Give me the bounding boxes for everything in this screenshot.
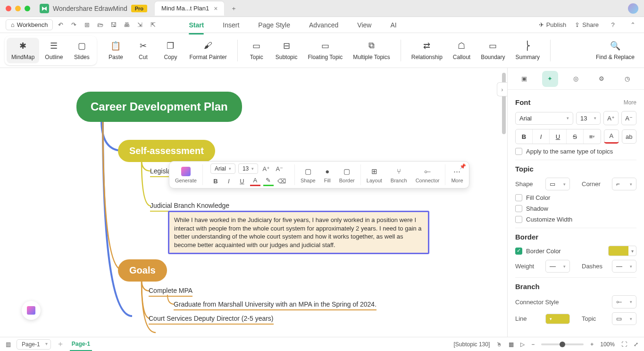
border-color-swatch[interactable]: ▾ xyxy=(608,246,636,256)
node-complete-mpa[interactable]: Complete MPA xyxy=(149,287,192,297)
page-selector[interactable]: Page-1 xyxy=(17,339,51,350)
zoom-in-button[interactable]: + xyxy=(590,341,594,348)
import-button[interactable]: ⇱ xyxy=(147,19,159,31)
align-dropdown[interactable]: ≡▾ xyxy=(584,129,601,144)
text-case-button[interactable]: ab xyxy=(622,129,637,144)
document-tab[interactable]: Mind Ma...t Plan1 × xyxy=(155,1,224,16)
font-size-dropdown[interactable]: 13▾ xyxy=(576,112,601,125)
increase-font-panel-button[interactable]: A⁺ xyxy=(603,111,619,125)
panel-tab-style[interactable]: ▣ xyxy=(516,71,532,87)
underline-button[interactable]: U xyxy=(237,176,247,186)
font-family-dropdown[interactable]: Arial▾ xyxy=(515,112,573,125)
subtopic-button[interactable]: ⊟Subtopic xyxy=(271,38,302,63)
present-icon[interactable]: ▷ xyxy=(520,341,525,348)
collapse-ribbon-button[interactable]: ⌃ xyxy=(627,19,638,31)
minimize-window-button[interactable] xyxy=(15,6,21,11)
new-file-button[interactable]: ⊞ xyxy=(81,19,92,31)
branch-line-color[interactable]: ▾ xyxy=(545,314,570,324)
connector-style-dropdown[interactable]: ⟜▾ xyxy=(612,295,636,308)
fill-color-checkbox[interactable]: Fill Color xyxy=(515,194,636,201)
strike-toggle[interactable]: S xyxy=(567,129,584,144)
publish-button[interactable]: ✈Publish xyxy=(539,21,567,28)
corner-dropdown[interactable]: ⌐▾ xyxy=(612,178,636,190)
view-slides[interactable]: ▢Slides xyxy=(68,38,95,63)
add-page-button[interactable]: ＋ xyxy=(57,339,64,349)
node-selected-text[interactable]: While I have worked in the Judiciary for… xyxy=(168,211,429,254)
topic-button[interactable]: ▭Topic xyxy=(243,38,270,63)
print-button[interactable]: 🖶 xyxy=(121,19,132,31)
save-button[interactable]: 🖫 xyxy=(108,19,119,31)
pin-icon[interactable]: 📌 xyxy=(460,163,466,170)
open-file-button[interactable]: 🗁 xyxy=(94,19,106,31)
fullscreen-button[interactable]: ⤢ xyxy=(634,341,638,348)
workbench-button[interactable]: ⌂ Workbench xyxy=(6,19,53,30)
node-root[interactable]: Career Development Plan xyxy=(76,92,242,122)
floating-topic-button[interactable]: ▭Floating Topic xyxy=(303,38,347,63)
boundary-button[interactable]: ▭Boundary xyxy=(476,38,510,63)
connector-button[interactable]: ⟜Connector xyxy=(412,165,443,185)
help-button[interactable]: ? xyxy=(607,19,619,31)
tab-page-style[interactable]: Page Style xyxy=(258,19,290,31)
cut-button[interactable]: ✂Cut xyxy=(130,38,156,63)
zoom-out-button[interactable]: − xyxy=(531,341,535,348)
relationship-button[interactable]: ⇄Relationship xyxy=(407,38,447,63)
mouse-icon[interactable]: 🖱 xyxy=(496,341,502,348)
tab-start[interactable]: Start xyxy=(189,19,204,31)
copy-button[interactable]: ❐Copy xyxy=(157,38,184,63)
callout-button[interactable]: ☖Callout xyxy=(448,38,475,63)
shape-dropdown[interactable]: ▭▾ xyxy=(545,178,570,190)
panel-tab-ai[interactable]: ✦ xyxy=(542,71,558,87)
zoom-value[interactable]: 100% xyxy=(600,341,615,348)
multiple-topics-button[interactable]: ⧉Multiple Topics xyxy=(348,38,394,63)
ai-fab[interactable] xyxy=(22,301,41,320)
fit-screen-button[interactable]: ⛶ xyxy=(621,341,627,348)
bold-toggle[interactable]: B xyxy=(516,129,533,144)
tab-insert[interactable]: Insert xyxy=(223,19,239,31)
customize-width-checkbox[interactable]: Customize Width xyxy=(515,216,636,223)
node-judicial-branch[interactable]: Judicial Branch Knowledge xyxy=(150,202,229,212)
node-graduate[interactable]: Graduate from Marshall University with a… xyxy=(174,300,376,310)
font-family-select[interactable]: Arial▾ xyxy=(210,163,235,174)
summary-button[interactable]: ⎬Summary xyxy=(511,38,544,63)
shadow-checkbox[interactable]: Shadow xyxy=(515,205,636,212)
decrease-font-button[interactable]: A⁻ xyxy=(274,163,284,174)
text-color-button[interactable]: A xyxy=(604,129,619,144)
decrease-font-panel-button[interactable]: A⁻ xyxy=(621,111,636,125)
zoom-slider[interactable] xyxy=(541,343,584,345)
page-tab[interactable]: Page-1 xyxy=(70,338,92,351)
increase-font-button[interactable]: A⁺ xyxy=(261,163,271,174)
panel-tab-history[interactable]: ◷ xyxy=(619,71,636,87)
user-avatar[interactable] xyxy=(628,3,638,14)
view-mindmap[interactable]: ✱MindMap xyxy=(7,38,39,63)
bold-button[interactable]: B xyxy=(210,176,221,186)
weight-dropdown[interactable]: ―▾ xyxy=(545,260,570,273)
font-color-button[interactable]: A xyxy=(250,176,260,186)
grid-icon[interactable]: ▦ xyxy=(509,341,514,348)
canvas[interactable]: Career Development Plan Self-assessment … xyxy=(0,68,507,337)
font-size-select[interactable]: 13▾ xyxy=(238,163,258,174)
dashes-dropdown[interactable]: ―▾ xyxy=(612,260,636,273)
export-button[interactable]: ⇲ xyxy=(134,19,145,31)
italic-toggle[interactable]: I xyxy=(533,129,550,144)
undo-button[interactable]: ↶ xyxy=(55,19,66,31)
underline-toggle[interactable]: U xyxy=(550,129,567,144)
border-button[interactable]: ▢Border xyxy=(335,165,359,185)
apply-same-type-checkbox[interactable]: Apply to the same type of topics xyxy=(515,148,636,155)
tab-view[interactable]: View xyxy=(357,19,371,31)
fill-button[interactable]: ●Fill xyxy=(320,165,335,185)
new-tab-button[interactable]: ＋ xyxy=(229,4,238,13)
font-more-link[interactable]: More xyxy=(624,99,636,106)
pages-icon[interactable]: ▥ xyxy=(6,341,11,348)
panel-tab-settings[interactable]: ⚙ xyxy=(594,71,610,87)
maximize-window-button[interactable] xyxy=(25,6,30,11)
italic-button[interactable]: I xyxy=(224,176,234,186)
format-painter-button[interactable]: 🖌Format Painter xyxy=(184,38,231,63)
clear-format-button[interactable]: ⌫ xyxy=(276,176,287,186)
ai-generate-button[interactable]: Generate xyxy=(171,165,201,185)
find-replace-button[interactable]: 🔍Find & Replace xyxy=(591,38,639,63)
collapse-panel-button[interactable]: › xyxy=(497,82,507,96)
node-deputy-director[interactable]: Court Services Deputy Director (2-5 year… xyxy=(149,315,274,325)
view-outline[interactable]: ☰Outline xyxy=(40,38,67,63)
panel-tab-theme[interactable]: ◎ xyxy=(568,71,584,87)
node-goals[interactable]: Goals xyxy=(118,259,167,282)
